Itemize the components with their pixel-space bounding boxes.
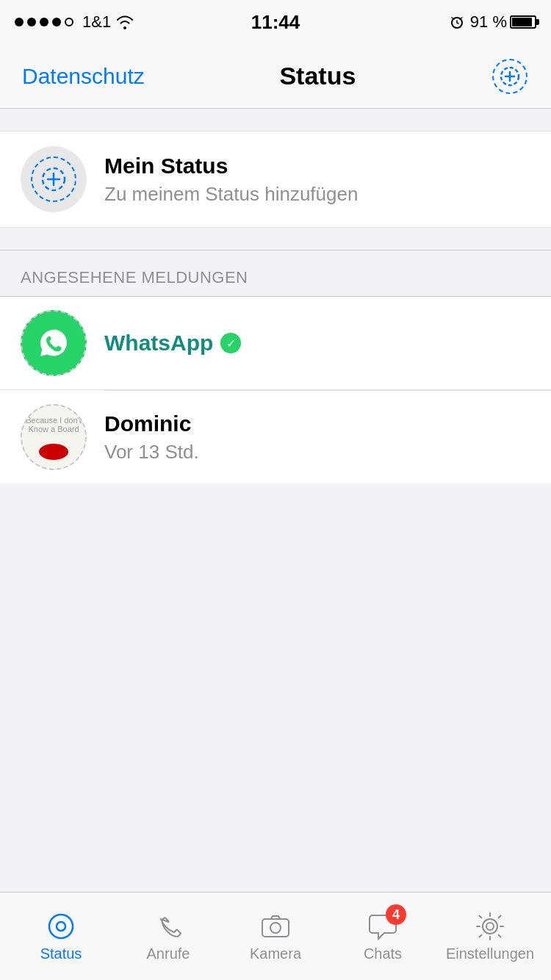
my-status-subtitle: Zu meinem Status hinzufügen <box>104 183 358 206</box>
svg-point-12 <box>486 923 494 930</box>
add-status-icon <box>492 59 527 94</box>
anrufe-tab-icon <box>152 910 184 943</box>
status-left: 1&1 <box>15 12 134 32</box>
battery-icon <box>510 15 536 29</box>
whatsapp-avatar <box>21 310 87 376</box>
dominic-status-row[interactable]: Because I don't Know a Board Dominic Vor… <box>0 391 551 483</box>
back-button[interactable]: Datenschutz <box>22 64 145 89</box>
svg-rect-10 <box>262 919 289 937</box>
whatsapp-logo-icon <box>32 321 76 365</box>
tab-status[interactable]: Status <box>7 903 115 962</box>
status-list: WhatsApp ✓ Because I don't Know a Board … <box>0 297 551 483</box>
tab-kamera[interactable]: Kamera <box>222 903 329 962</box>
battery-text: 91 % <box>470 12 507 32</box>
dominic-contact-info: Dominic Vor 13 Std. <box>104 411 199 464</box>
status-bar: 1&1 11:44 91 % <box>0 0 551 44</box>
verified-badge: ✓ <box>220 333 241 353</box>
signal-dot-5 <box>65 18 73 26</box>
signal-dot-2 <box>27 18 36 26</box>
svg-point-11 <box>270 923 281 933</box>
tab-anrufe-label: Anrufe <box>147 945 190 962</box>
dominic-name-row: Dominic <box>104 411 199 436</box>
whatsapp-name-row: WhatsApp ✓ <box>104 331 241 356</box>
status-right: 91 % <box>450 12 536 32</box>
my-status-title: Mein Status <box>104 154 358 179</box>
my-status-row[interactable]: Mein Status Zu meinem Status hinzufügen <box>0 131 551 228</box>
section-spacer <box>0 228 551 250</box>
content-area <box>0 483 551 843</box>
tab-kamera-label: Kamera <box>250 945 301 962</box>
svg-point-13 <box>483 919 497 934</box>
status-time: 11:44 <box>251 11 300 34</box>
top-spacer <box>0 109 551 131</box>
signal-dots <box>15 18 73 26</box>
whatsapp-name: WhatsApp <box>104 331 213 356</box>
dominic-time: Vor 13 Std. <box>104 441 199 464</box>
battery-container: 91 % <box>470 12 536 32</box>
my-status-avatar <box>21 146 87 212</box>
signal-dot-3 <box>40 18 48 26</box>
whatsapp-status-row[interactable]: WhatsApp ✓ <box>0 297 551 390</box>
my-status-text: Mein Status Zu meinem Status hinzufügen <box>104 154 358 206</box>
signal-dot-4 <box>52 18 61 26</box>
tab-anrufe[interactable]: Anrufe <box>115 903 222 962</box>
tab-chats[interactable]: 4 Chats <box>329 903 436 962</box>
chats-tab-icon: 4 <box>367 910 399 943</box>
carrier-label: 1&1 <box>82 12 111 32</box>
dominic-avatar: Because I don't Know a Board <box>21 404 87 470</box>
tab-bar: Status Anrufe Kamera 4 Chats <box>0 892 551 980</box>
add-circle-icon <box>31 156 76 202</box>
chats-badge: 4 <box>386 904 406 925</box>
tab-chats-label: Chats <box>364 945 402 962</box>
section-header-label: ANGESEHENE MELDUNGEN <box>21 268 248 287</box>
alarm-icon <box>450 15 464 29</box>
tab-einstellungen-label: Einstellungen <box>446 945 534 962</box>
nav-bar: Datenschutz Status <box>0 44 551 109</box>
dominic-name: Dominic <box>104 411 191 436</box>
red-ellipse <box>39 444 68 460</box>
kamera-tab-icon <box>259 910 292 943</box>
signal-dot-1 <box>15 18 24 26</box>
svg-point-9 <box>57 922 65 931</box>
page-title: Status <box>279 62 356 90</box>
dominic-avatar-inner: Because I don't Know a Board <box>22 406 85 469</box>
add-status-button[interactable] <box>491 57 529 96</box>
tab-status-label: Status <box>40 945 82 962</box>
whatsapp-contact-info: WhatsApp ✓ <box>104 331 241 356</box>
battery-fill <box>512 18 532 26</box>
section-header: ANGESEHENE MELDUNGEN <box>0 250 551 297</box>
einstellungen-tab-icon <box>474 910 506 943</box>
tab-einstellungen[interactable]: Einstellungen <box>436 903 544 962</box>
dominic-img-placeholder: Because I don't Know a Board <box>22 406 85 469</box>
status-tab-icon <box>45 910 77 943</box>
svg-point-8 <box>49 915 73 938</box>
wifi-icon <box>115 15 134 29</box>
